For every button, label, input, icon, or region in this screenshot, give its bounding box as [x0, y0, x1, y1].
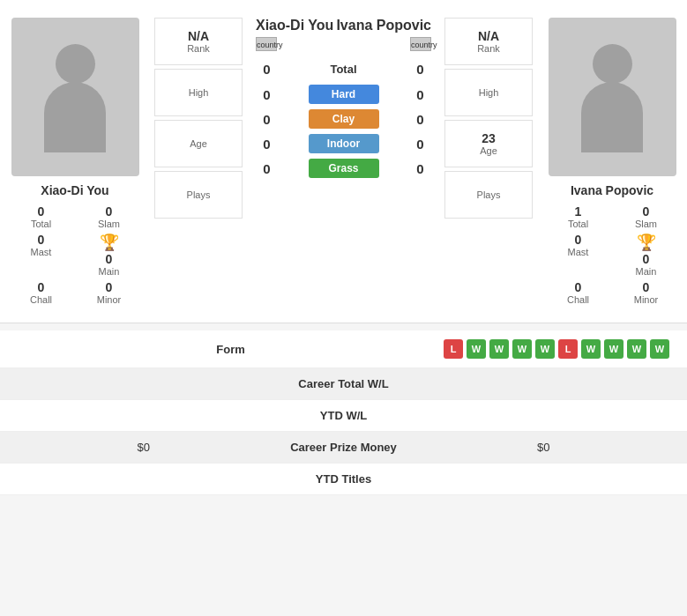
stat-total-wins-left: 0	[9, 204, 73, 219]
form-label: Form	[18, 343, 444, 356]
left-high-value: High	[159, 87, 238, 98]
avatar-silhouette-left	[40, 35, 110, 159]
ytd-wl-label: YTD W/L	[18, 409, 669, 422]
silhouette-head-left	[56, 44, 95, 84]
stat-chall-label-right: Chall	[546, 294, 610, 305]
bottom-section: Form LWWWWLWWWW Career Total W/L YTD W/L…	[0, 330, 687, 495]
center-column: Xiao-Di You country Ivana Popovic countr…	[247, 9, 440, 314]
right-high-box: High	[444, 69, 533, 116]
stat-chall-label-left: Chall	[9, 294, 73, 305]
stat-total-wins-right: 1	[546, 204, 610, 219]
avatar-silhouette-right	[577, 35, 647, 159]
stat-minor-right: 0 Minor	[614, 280, 678, 305]
stat-main-wins-left: 0	[77, 252, 141, 266]
left-stats-panel: N/A Rank High Age Plays	[150, 9, 247, 314]
form-badge-4: W	[535, 339, 555, 359]
stat-minor-wins-right: 0	[614, 280, 678, 294]
player-left-avatar	[11, 18, 139, 176]
form-badge-5: L	[558, 339, 578, 359]
score-grass-left: 0	[256, 161, 278, 176]
left-rank-value: N/A	[159, 29, 238, 43]
right-age-value: 23	[449, 131, 528, 145]
left-plays-box: Plays	[154, 171, 243, 219]
player-right-avatar	[549, 18, 676, 176]
form-badge-2: W	[489, 339, 509, 359]
left-rank-label: Rank	[159, 43, 238, 54]
stat-chall-wins-left: 0	[9, 280, 73, 294]
player-right-name: Ivana Popovic	[571, 183, 653, 197]
right-rank-box: N/A Rank	[444, 18, 533, 65]
ytd-wl-row: YTD W/L	[0, 400, 687, 432]
player-left-stats-grid: 0 Total 0 Slam 0 Mast 🏆 0 Main 0	[4, 204, 146, 305]
stat-mast-right: 0 Mast	[546, 233, 610, 277]
stat-main-left: 🏆 0 Main	[77, 233, 141, 277]
stat-total-label-left: Total	[9, 219, 73, 229]
score-total-left: 0	[256, 62, 278, 77]
career-total-label: Career Total W/L	[18, 377, 669, 390]
form-badge-9: W	[650, 339, 669, 359]
silhouette-body-left	[44, 82, 106, 152]
main-container: Xiao-Di You 0 Total 0 Slam 0 Mast 🏆 0 M	[0, 0, 687, 495]
career-prize-left: $0	[18, 441, 150, 454]
stat-chall-right: 0 Chall	[546, 280, 610, 305]
players-section: Xiao-Di You 0 Total 0 Slam 0 Mast 🏆 0 M	[0, 0, 687, 323]
form-badge-7: W	[604, 339, 624, 359]
left-country-flag: country	[256, 37, 333, 51]
score-indoor-right: 0	[409, 137, 431, 152]
left-rank-box: N/A Rank	[154, 18, 243, 65]
right-stats-panel: N/A Rank High 23 Age Plays	[440, 9, 537, 314]
stat-slam-label-left: Slam	[77, 219, 141, 229]
right-high-value: High	[449, 87, 528, 98]
stat-total-label-right: Total	[546, 219, 610, 229]
score-grass-right: 0	[409, 161, 431, 176]
stat-mast-label-left: Mast	[9, 247, 73, 257]
total-score-row: 0 Total 0	[247, 60, 440, 78]
right-rank-label: Rank	[449, 43, 528, 54]
stat-minor-wins-left: 0	[77, 280, 141, 294]
form-badge-3: W	[512, 339, 532, 359]
left-player-name-center: Xiao-Di You country	[256, 18, 333, 51]
career-prize-right: $0	[537, 441, 669, 454]
stat-chall-left: 0 Chall	[9, 280, 73, 305]
grass-surface-btn: Grass	[309, 159, 379, 178]
form-badge-1: W	[467, 339, 486, 359]
trophy-icon-right: 🏆	[637, 234, 656, 251]
clay-surface-row: 0 Clay 0	[247, 107, 440, 131]
stat-main-right: 🏆 0 Main	[614, 233, 678, 277]
right-age-box: 23 Age	[444, 120, 533, 167]
score-hard-right: 0	[409, 87, 431, 102]
stat-mast-left: 0 Mast	[9, 233, 73, 277]
stat-main-wins-right: 0	[614, 252, 678, 266]
ytd-titles-row: YTD Titles	[0, 464, 687, 495]
career-total-row: Career Total W/L	[0, 368, 687, 400]
stat-slam-right: 0 Slam	[614, 204, 678, 229]
left-flag: country	[256, 37, 277, 51]
left-age-box: Age	[154, 120, 243, 167]
stat-total-right: 1 Total	[546, 204, 610, 229]
stat-mast-wins-left: 0	[9, 233, 73, 247]
stat-slam-label-right: Slam	[614, 219, 678, 229]
stat-chall-wins-right: 0	[546, 280, 610, 294]
ytd-titles-label: YTD Titles	[18, 472, 669, 486]
score-hard-left: 0	[256, 87, 278, 102]
score-total-right: 0	[409, 62, 431, 77]
career-prize-label: Career Prize Money	[150, 441, 537, 454]
player-left-name: Xiao-Di You	[41, 183, 108, 197]
right-rank-value: N/A	[449, 29, 528, 43]
score-indoor-left: 0	[256, 137, 278, 152]
left-high-box: High	[154, 69, 243, 116]
grass-surface-row: 0 Grass 0	[247, 156, 440, 181]
player-left-card: Xiao-Di You 0 Total 0 Slam 0 Mast 🏆 0 M	[0, 9, 150, 314]
left-age-label: Age	[159, 138, 238, 149]
center-header: Xiao-Di You country Ivana Popovic countr…	[247, 13, 440, 60]
left-plays-label: Plays	[159, 189, 238, 200]
stat-slam-wins-right: 0	[614, 204, 678, 219]
player-right-card: Ivana Popovic 1 Total 0 Slam 0 Mast 🏆 0	[537, 9, 687, 314]
score-clay-left: 0	[256, 112, 278, 127]
score-clay-right: 0	[409, 112, 431, 127]
stat-minor-label-right: Minor	[614, 294, 678, 305]
stat-mast-wins-right: 0	[546, 233, 610, 247]
career-prize-row: $0 Career Prize Money $0	[0, 432, 687, 464]
stat-minor-label-left: Minor	[77, 294, 141, 305]
hard-surface-btn: Hard	[309, 85, 379, 104]
